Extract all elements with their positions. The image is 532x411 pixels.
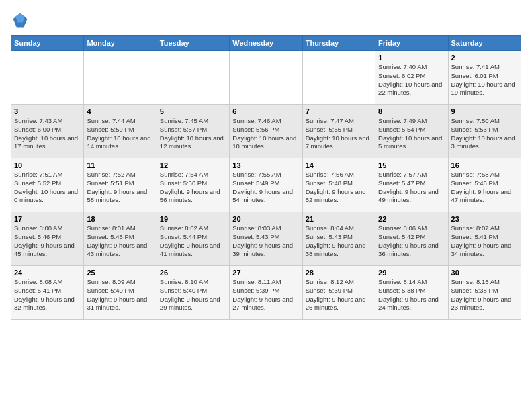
day-number: 17 bbox=[14, 215, 81, 223]
day-number: 21 bbox=[306, 215, 372, 223]
calendar-cell: 16Sunrise: 7:58 AM Sunset: 5:46 PM Dayli… bbox=[448, 158, 521, 212]
page-header bbox=[11, 11, 521, 30]
day-number: 12 bbox=[160, 161, 226, 169]
calendar-cell: 5Sunrise: 7:45 AM Sunset: 5:57 PM Daylig… bbox=[157, 105, 229, 158]
day-number: 19 bbox=[160, 215, 226, 223]
calendar-week: 24Sunrise: 8:08 AM Sunset: 5:41 PM Dayli… bbox=[11, 266, 521, 320]
calendar-cell bbox=[84, 51, 157, 105]
calendar-cell: 2Sunrise: 7:41 AM Sunset: 6:01 PM Daylig… bbox=[448, 51, 521, 105]
day-number: 8 bbox=[378, 107, 445, 116]
calendar-cell: 7Sunrise: 7:47 AM Sunset: 5:55 PM Daylig… bbox=[302, 105, 375, 158]
day-number: 23 bbox=[451, 215, 518, 223]
day-number: 26 bbox=[160, 269, 226, 277]
day-number: 9 bbox=[451, 107, 518, 116]
calendar-body: 1Sunrise: 7:40 AM Sunset: 6:02 PM Daylig… bbox=[11, 51, 521, 320]
day-number: 16 bbox=[451, 161, 518, 169]
weekday-row: SundayMondayTuesdayWednesdayThursdayFrid… bbox=[11, 36, 521, 51]
day-number: 7 bbox=[306, 107, 372, 116]
calendar-cell bbox=[157, 51, 229, 105]
day-number: 24 bbox=[14, 269, 81, 277]
calendar-cell: 10Sunrise: 7:51 AM Sunset: 5:52 PM Dayli… bbox=[11, 158, 84, 212]
day-number: 30 bbox=[451, 269, 518, 277]
calendar-week: 17Sunrise: 8:00 AM Sunset: 5:46 PM Dayli… bbox=[11, 212, 521, 266]
day-info: Sunrise: 8:14 AM Sunset: 5:38 PM Dayligh… bbox=[378, 278, 445, 312]
calendar-cell: 4Sunrise: 7:44 AM Sunset: 5:59 PM Daylig… bbox=[84, 105, 157, 158]
day-number: 5 bbox=[160, 107, 226, 116]
day-info: Sunrise: 8:02 AM Sunset: 5:44 PM Dayligh… bbox=[160, 224, 226, 259]
calendar-cell bbox=[11, 51, 84, 105]
weekday-header: Wednesday bbox=[230, 36, 302, 51]
day-info: Sunrise: 7:43 AM Sunset: 6:00 PM Dayligh… bbox=[14, 117, 81, 151]
weekday-header: Friday bbox=[375, 36, 448, 51]
calendar-cell: 26Sunrise: 8:10 AM Sunset: 5:40 PM Dayli… bbox=[157, 266, 229, 320]
calendar-cell: 21Sunrise: 8:04 AM Sunset: 5:43 PM Dayli… bbox=[302, 212, 375, 266]
day-info: Sunrise: 7:50 AM Sunset: 5:53 PM Dayligh… bbox=[451, 117, 518, 151]
day-info: Sunrise: 7:41 AM Sunset: 6:01 PM Dayligh… bbox=[451, 63, 518, 97]
calendar-cell: 6Sunrise: 7:46 AM Sunset: 5:56 PM Daylig… bbox=[230, 105, 302, 158]
day-info: Sunrise: 8:01 AM Sunset: 5:45 PM Dayligh… bbox=[87, 224, 153, 259]
calendar-cell bbox=[230, 51, 302, 105]
day-number: 27 bbox=[232, 269, 299, 277]
day-number: 2 bbox=[451, 54, 518, 62]
calendar-cell: 12Sunrise: 7:54 AM Sunset: 5:50 PM Dayli… bbox=[157, 158, 229, 212]
day-number: 10 bbox=[14, 161, 81, 169]
calendar-cell: 18Sunrise: 8:01 AM Sunset: 5:45 PM Dayli… bbox=[84, 212, 157, 266]
calendar-week: 10Sunrise: 7:51 AM Sunset: 5:52 PM Dayli… bbox=[11, 158, 521, 212]
weekday-header: Thursday bbox=[302, 36, 375, 51]
day-info: Sunrise: 8:06 AM Sunset: 5:42 PM Dayligh… bbox=[378, 224, 445, 259]
day-number: 25 bbox=[87, 269, 153, 277]
day-number: 13 bbox=[232, 161, 299, 169]
day-number: 22 bbox=[378, 215, 445, 223]
calendar-header: SundayMondayTuesdayWednesdayThursdayFrid… bbox=[11, 36, 521, 51]
calendar-week: 3Sunrise: 7:43 AM Sunset: 6:00 PM Daylig… bbox=[11, 105, 521, 158]
calendar-cell: 25Sunrise: 8:09 AM Sunset: 5:40 PM Dayli… bbox=[84, 266, 157, 320]
day-info: Sunrise: 8:07 AM Sunset: 5:41 PM Dayligh… bbox=[451, 224, 518, 259]
day-info: Sunrise: 7:47 AM Sunset: 5:55 PM Dayligh… bbox=[306, 117, 372, 151]
calendar-cell: 9Sunrise: 7:50 AM Sunset: 5:53 PM Daylig… bbox=[448, 105, 521, 158]
calendar-cell: 14Sunrise: 7:56 AM Sunset: 5:48 PM Dayli… bbox=[302, 158, 375, 212]
day-info: Sunrise: 7:51 AM Sunset: 5:52 PM Dayligh… bbox=[14, 171, 81, 205]
day-info: Sunrise: 7:54 AM Sunset: 5:50 PM Dayligh… bbox=[160, 171, 226, 205]
calendar-cell: 13Sunrise: 7:55 AM Sunset: 5:49 PM Dayli… bbox=[230, 158, 302, 212]
logo bbox=[11, 11, 32, 30]
calendar-cell: 29Sunrise: 8:14 AM Sunset: 5:38 PM Dayli… bbox=[375, 266, 448, 320]
day-info: Sunrise: 8:15 AM Sunset: 5:38 PM Dayligh… bbox=[451, 278, 518, 312]
calendar-table: SundayMondayTuesdayWednesdayThursdayFrid… bbox=[11, 35, 521, 320]
day-info: Sunrise: 7:49 AM Sunset: 5:54 PM Dayligh… bbox=[378, 117, 445, 151]
day-number: 3 bbox=[14, 107, 81, 116]
day-number: 6 bbox=[232, 107, 299, 116]
day-info: Sunrise: 8:03 AM Sunset: 5:43 PM Dayligh… bbox=[232, 224, 299, 259]
calendar-cell bbox=[302, 51, 375, 105]
calendar-cell: 30Sunrise: 8:15 AM Sunset: 5:38 PM Dayli… bbox=[448, 266, 521, 320]
day-info: Sunrise: 7:45 AM Sunset: 5:57 PM Dayligh… bbox=[160, 117, 226, 151]
calendar-cell: 8Sunrise: 7:49 AM Sunset: 5:54 PM Daylig… bbox=[375, 105, 448, 158]
day-info: Sunrise: 7:46 AM Sunset: 5:56 PM Dayligh… bbox=[232, 117, 299, 151]
day-info: Sunrise: 7:55 AM Sunset: 5:49 PM Dayligh… bbox=[232, 171, 299, 205]
logo-icon bbox=[11, 11, 30, 30]
day-info: Sunrise: 7:56 AM Sunset: 5:48 PM Dayligh… bbox=[306, 171, 372, 205]
day-info: Sunrise: 8:11 AM Sunset: 5:39 PM Dayligh… bbox=[232, 278, 299, 312]
day-number: 1 bbox=[378, 54, 445, 62]
weekday-header: Tuesday bbox=[157, 36, 229, 51]
day-number: 20 bbox=[232, 215, 299, 223]
day-number: 14 bbox=[306, 161, 372, 169]
day-number: 18 bbox=[87, 215, 153, 223]
day-info: Sunrise: 7:44 AM Sunset: 5:59 PM Dayligh… bbox=[87, 117, 153, 151]
calendar-cell: 15Sunrise: 7:57 AM Sunset: 5:47 PM Dayli… bbox=[375, 158, 448, 212]
day-number: 28 bbox=[306, 269, 372, 277]
day-number: 4 bbox=[87, 107, 153, 116]
calendar-cell: 20Sunrise: 8:03 AM Sunset: 5:43 PM Dayli… bbox=[230, 212, 302, 266]
day-info: Sunrise: 8:00 AM Sunset: 5:46 PM Dayligh… bbox=[14, 224, 81, 259]
calendar-cell: 3Sunrise: 7:43 AM Sunset: 6:00 PM Daylig… bbox=[11, 105, 84, 158]
calendar-week: 1Sunrise: 7:40 AM Sunset: 6:02 PM Daylig… bbox=[11, 51, 521, 105]
calendar-cell: 27Sunrise: 8:11 AM Sunset: 5:39 PM Dayli… bbox=[230, 266, 302, 320]
calendar-cell: 22Sunrise: 8:06 AM Sunset: 5:42 PM Dayli… bbox=[375, 212, 448, 266]
day-info: Sunrise: 8:09 AM Sunset: 5:40 PM Dayligh… bbox=[87, 278, 153, 312]
calendar-cell: 1Sunrise: 7:40 AM Sunset: 6:02 PM Daylig… bbox=[375, 51, 448, 105]
day-info: Sunrise: 7:52 AM Sunset: 5:51 PM Dayligh… bbox=[87, 171, 153, 205]
calendar-cell: 23Sunrise: 8:07 AM Sunset: 5:41 PM Dayli… bbox=[448, 212, 521, 266]
day-info: Sunrise: 8:10 AM Sunset: 5:40 PM Dayligh… bbox=[160, 278, 226, 312]
day-info: Sunrise: 7:57 AM Sunset: 5:47 PM Dayligh… bbox=[378, 171, 445, 205]
day-number: 15 bbox=[378, 161, 445, 169]
calendar-cell: 11Sunrise: 7:52 AM Sunset: 5:51 PM Dayli… bbox=[84, 158, 157, 212]
